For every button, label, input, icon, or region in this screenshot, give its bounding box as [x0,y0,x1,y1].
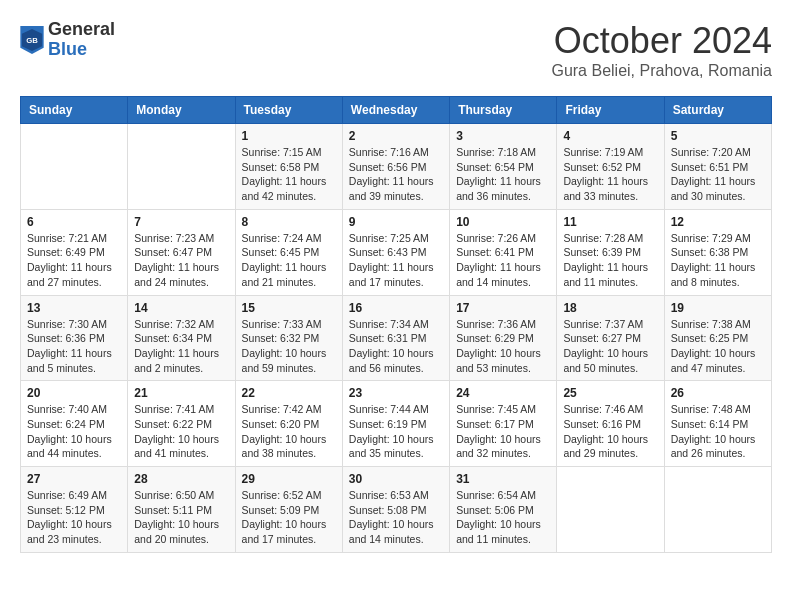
day-info: Sunrise: 6:54 AMSunset: 5:06 PMDaylight:… [456,488,550,547]
calendar-cell: 2Sunrise: 7:16 AMSunset: 6:56 PMDaylight… [342,124,449,210]
col-header-friday: Friday [557,97,664,124]
day-number: 19 [671,301,765,315]
calendar-cell: 5Sunrise: 7:20 AMSunset: 6:51 PMDaylight… [664,124,771,210]
calendar-cell: 14Sunrise: 7:32 AMSunset: 6:34 PMDayligh… [128,295,235,381]
calendar-cell: 8Sunrise: 7:24 AMSunset: 6:45 PMDaylight… [235,209,342,295]
day-info: Sunrise: 7:46 AMSunset: 6:16 PMDaylight:… [563,402,657,461]
day-info: Sunrise: 7:30 AMSunset: 6:36 PMDaylight:… [27,317,121,376]
col-header-saturday: Saturday [664,97,771,124]
calendar-cell: 23Sunrise: 7:44 AMSunset: 6:19 PMDayligh… [342,381,449,467]
day-number: 25 [563,386,657,400]
day-number: 30 [349,472,443,486]
day-info: Sunrise: 7:48 AMSunset: 6:14 PMDaylight:… [671,402,765,461]
day-number: 28 [134,472,228,486]
day-info: Sunrise: 7:21 AMSunset: 6:49 PMDaylight:… [27,231,121,290]
calendar-cell: 15Sunrise: 7:33 AMSunset: 6:32 PMDayligh… [235,295,342,381]
calendar-cell: 27Sunrise: 6:49 AMSunset: 5:12 PMDayligh… [21,467,128,553]
calendar-cell: 16Sunrise: 7:34 AMSunset: 6:31 PMDayligh… [342,295,449,381]
day-info: Sunrise: 7:23 AMSunset: 6:47 PMDaylight:… [134,231,228,290]
day-info: Sunrise: 7:18 AMSunset: 6:54 PMDaylight:… [456,145,550,204]
calendar-cell [128,124,235,210]
day-info: Sunrise: 6:52 AMSunset: 5:09 PMDaylight:… [242,488,336,547]
calendar-cell: 28Sunrise: 6:50 AMSunset: 5:11 PMDayligh… [128,467,235,553]
calendar-cell: 29Sunrise: 6:52 AMSunset: 5:09 PMDayligh… [235,467,342,553]
day-number: 6 [27,215,121,229]
day-info: Sunrise: 7:15 AMSunset: 6:58 PMDaylight:… [242,145,336,204]
day-number: 27 [27,472,121,486]
day-info: Sunrise: 7:41 AMSunset: 6:22 PMDaylight:… [134,402,228,461]
day-info: Sunrise: 7:26 AMSunset: 6:41 PMDaylight:… [456,231,550,290]
day-info: Sunrise: 7:33 AMSunset: 6:32 PMDaylight:… [242,317,336,376]
calendar-cell: 3Sunrise: 7:18 AMSunset: 6:54 PMDaylight… [450,124,557,210]
calendar-cell [557,467,664,553]
logo-general-text: General [48,20,115,40]
calendar-cell: 1Sunrise: 7:15 AMSunset: 6:58 PMDaylight… [235,124,342,210]
day-number: 4 [563,129,657,143]
calendar-week-row: 1Sunrise: 7:15 AMSunset: 6:58 PMDaylight… [21,124,772,210]
calendar-week-row: 20Sunrise: 7:40 AMSunset: 6:24 PMDayligh… [21,381,772,467]
day-number: 16 [349,301,443,315]
calendar-cell: 6Sunrise: 7:21 AMSunset: 6:49 PMDaylight… [21,209,128,295]
calendar-cell: 4Sunrise: 7:19 AMSunset: 6:52 PMDaylight… [557,124,664,210]
day-number: 26 [671,386,765,400]
calendar-cell: 12Sunrise: 7:29 AMSunset: 6:38 PMDayligh… [664,209,771,295]
day-info: Sunrise: 7:36 AMSunset: 6:29 PMDaylight:… [456,317,550,376]
calendar-cell: 31Sunrise: 6:54 AMSunset: 5:06 PMDayligh… [450,467,557,553]
day-info: Sunrise: 7:32 AMSunset: 6:34 PMDaylight:… [134,317,228,376]
day-number: 8 [242,215,336,229]
day-info: Sunrise: 7:19 AMSunset: 6:52 PMDaylight:… [563,145,657,204]
logo: GB General Blue [20,20,115,60]
calendar-week-row: 27Sunrise: 6:49 AMSunset: 5:12 PMDayligh… [21,467,772,553]
day-info: Sunrise: 6:50 AMSunset: 5:11 PMDaylight:… [134,488,228,547]
calendar-cell: 9Sunrise: 7:25 AMSunset: 6:43 PMDaylight… [342,209,449,295]
calendar-cell: 26Sunrise: 7:48 AMSunset: 6:14 PMDayligh… [664,381,771,467]
logo-icon: GB [20,26,44,54]
month-title: October 2024 [551,20,772,62]
day-number: 1 [242,129,336,143]
calendar-week-row: 13Sunrise: 7:30 AMSunset: 6:36 PMDayligh… [21,295,772,381]
calendar-header-row: SundayMondayTuesdayWednesdayThursdayFrid… [21,97,772,124]
day-number: 2 [349,129,443,143]
calendar-week-row: 6Sunrise: 7:21 AMSunset: 6:49 PMDaylight… [21,209,772,295]
calendar-cell: 17Sunrise: 7:36 AMSunset: 6:29 PMDayligh… [450,295,557,381]
day-number: 5 [671,129,765,143]
calendar-cell: 25Sunrise: 7:46 AMSunset: 6:16 PMDayligh… [557,381,664,467]
col-header-tuesday: Tuesday [235,97,342,124]
calendar-cell: 7Sunrise: 7:23 AMSunset: 6:47 PMDaylight… [128,209,235,295]
day-number: 23 [349,386,443,400]
day-number: 11 [563,215,657,229]
day-info: Sunrise: 7:34 AMSunset: 6:31 PMDaylight:… [349,317,443,376]
col-header-thursday: Thursday [450,97,557,124]
day-info: Sunrise: 7:28 AMSunset: 6:39 PMDaylight:… [563,231,657,290]
day-number: 3 [456,129,550,143]
calendar-cell: 30Sunrise: 6:53 AMSunset: 5:08 PMDayligh… [342,467,449,553]
day-number: 7 [134,215,228,229]
page-header: GB General Blue October 2024 Gura Beliei… [20,20,772,80]
day-info: Sunrise: 7:45 AMSunset: 6:17 PMDaylight:… [456,402,550,461]
calendar-cell: 18Sunrise: 7:37 AMSunset: 6:27 PMDayligh… [557,295,664,381]
svg-text:GB: GB [26,36,38,45]
day-info: Sunrise: 7:16 AMSunset: 6:56 PMDaylight:… [349,145,443,204]
calendar-cell [664,467,771,553]
calendar-cell: 24Sunrise: 7:45 AMSunset: 6:17 PMDayligh… [450,381,557,467]
calendar-cell: 19Sunrise: 7:38 AMSunset: 6:25 PMDayligh… [664,295,771,381]
day-number: 14 [134,301,228,315]
day-info: Sunrise: 6:49 AMSunset: 5:12 PMDaylight:… [27,488,121,547]
day-number: 17 [456,301,550,315]
day-info: Sunrise: 7:20 AMSunset: 6:51 PMDaylight:… [671,145,765,204]
day-number: 31 [456,472,550,486]
day-info: Sunrise: 7:37 AMSunset: 6:27 PMDaylight:… [563,317,657,376]
calendar-cell: 10Sunrise: 7:26 AMSunset: 6:41 PMDayligh… [450,209,557,295]
day-info: Sunrise: 7:25 AMSunset: 6:43 PMDaylight:… [349,231,443,290]
calendar-cell: 20Sunrise: 7:40 AMSunset: 6:24 PMDayligh… [21,381,128,467]
col-header-monday: Monday [128,97,235,124]
day-number: 29 [242,472,336,486]
calendar-table: SundayMondayTuesdayWednesdayThursdayFrid… [20,96,772,553]
calendar-cell [21,124,128,210]
day-number: 21 [134,386,228,400]
day-info: Sunrise: 7:42 AMSunset: 6:20 PMDaylight:… [242,402,336,461]
day-info: Sunrise: 7:40 AMSunset: 6:24 PMDaylight:… [27,402,121,461]
logo-blue-text: Blue [48,40,115,60]
day-number: 24 [456,386,550,400]
calendar-cell: 22Sunrise: 7:42 AMSunset: 6:20 PMDayligh… [235,381,342,467]
